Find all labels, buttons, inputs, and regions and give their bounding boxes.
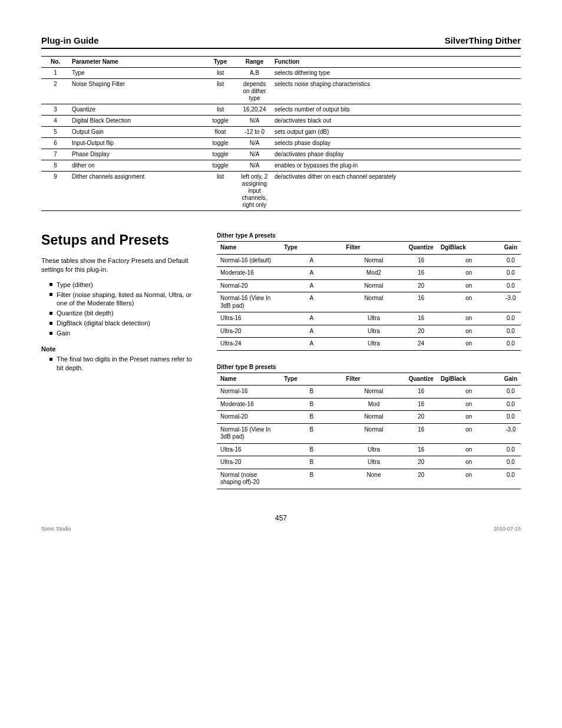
cell: float [204, 127, 237, 138]
bullet-list: Type (dither)Filter (noise shaping, list… [41, 281, 200, 338]
cell: Ultra [342, 312, 405, 325]
cell: Noise Shaping Filter [70, 79, 204, 104]
parameters-table-head: No. Parameter Name Type Range Function [41, 57, 521, 68]
table-row: Normal (noise shaping off)-20BNone20on0.… [217, 469, 521, 489]
cell: toggle [204, 138, 237, 149]
cell: Normal-20 [217, 411, 280, 424]
cell: on [437, 325, 501, 338]
table-row: 5Output Gainfloat-12 to 0sets output gai… [41, 127, 521, 138]
cell: toggle [204, 160, 237, 172]
cell: -3.0 [501, 423, 521, 443]
cell: toggle [204, 116, 237, 127]
dither-type-a-table: Dither type A presets NameTypeFilterQuan… [217, 232, 521, 351]
cell: on [437, 443, 501, 456]
cell: Mod2 [342, 267, 405, 280]
cell: Normal [342, 279, 405, 292]
table-row: Moderate-16AMod216on0.0 [217, 267, 521, 280]
table-row: Normal-20ANormal20on0.0 [217, 279, 521, 292]
cell: A [280, 338, 342, 351]
list-item: Filter (noise shaping, listed as Normal,… [49, 291, 200, 308]
cell: B [280, 411, 342, 424]
cell: 16 [405, 443, 437, 456]
col-header: Name [217, 373, 280, 386]
cell: selects number of output bits [272, 104, 521, 116]
cell: list [204, 68, 237, 79]
cell: on [437, 254, 501, 267]
note-heading: Note [41, 345, 55, 353]
cell: None [342, 469, 405, 489]
cell: enables or bypasses the plug-in [272, 160, 521, 172]
cell: Normal-20 [217, 279, 280, 292]
col-header: Quantize [405, 373, 437, 386]
cell: Output Gain [70, 127, 204, 138]
cell: de/activates phase display [272, 149, 521, 160]
cell: 16,20,24 [237, 104, 272, 116]
cell: N/A [237, 138, 272, 149]
table-row: 6Input-Output fliptoggleN/Aselects phase… [41, 138, 521, 149]
cell: 20 [405, 411, 437, 424]
col-header: Name [217, 242, 280, 255]
cell: 20 [405, 325, 437, 338]
cell: B [280, 398, 342, 411]
cell: 16 [405, 312, 437, 325]
cell: Moderate-16 [217, 267, 280, 280]
table-row: 1TypelistA,Bselects dithering type [41, 68, 521, 79]
cell: list [204, 172, 237, 211]
footer-left: Sonic Studio [41, 526, 71, 532]
table-row: Ultra-24AUltra24on0.0 [217, 338, 521, 351]
cell: 24 [405, 338, 437, 351]
setups-right-pane: Dither type A presets NameTypeFilterQuan… [217, 232, 521, 502]
table-row: Normal-20BNormal20on0.0 [217, 411, 521, 424]
cell: -3.0 [501, 292, 521, 312]
cell: on [437, 456, 501, 469]
cell: list [204, 104, 237, 116]
cell: N/A [237, 149, 272, 160]
cell: 0.0 [501, 411, 521, 424]
cell: 16 [405, 398, 437, 411]
cell: 6 [41, 138, 70, 149]
cell: list [204, 79, 237, 104]
col-header: Gain [501, 373, 521, 386]
cell: 0.0 [501, 443, 521, 456]
cell: 0.0 [501, 456, 521, 469]
parameters-table: No. Parameter Name Type Range Function 1… [41, 56, 521, 211]
page-number: 457 [41, 514, 521, 522]
cell: B [280, 443, 342, 456]
cell: A [280, 279, 342, 292]
cell: 0.0 [501, 325, 521, 338]
setups-left-pane: Setups and Presets These tables show the… [41, 232, 200, 380]
cell: Normal [342, 254, 405, 267]
cell: Ultra [342, 325, 405, 338]
cell: dither on [70, 160, 204, 172]
cell: Normal [342, 292, 405, 312]
cell: on [437, 398, 501, 411]
col-header: Type [280, 373, 342, 386]
cell: A [280, 325, 342, 338]
dither-type-b-table: Dither type B presets NameTypeFilterQuan… [217, 364, 521, 489]
table-row: Normal-16 (default)ANormal16on0.0 [217, 254, 521, 267]
page-footer: 457 Sonic Studio 2010-07-15 [41, 514, 521, 532]
cell: 0.0 [501, 398, 521, 411]
table-row: 9Dither channels assignmentlistleft only… [41, 172, 521, 211]
col-header: Gain [501, 242, 521, 255]
col-func: Function [272, 57, 521, 68]
cell: 16 [405, 423, 437, 443]
cell: Input-Output flip [70, 138, 204, 149]
table-row: 7Phase DisplaytoggleN/Ade/activates phas… [41, 149, 521, 160]
table-row: 3Quantizelist16,20,24selects number of o… [41, 104, 521, 116]
cell: 16 [405, 386, 437, 398]
cell: Ultra [342, 443, 405, 456]
col-no: No. [41, 57, 70, 68]
col-header: Type [280, 242, 342, 255]
header-left: Plug-in Guide [41, 35, 99, 45]
cell: on [437, 312, 501, 325]
table-body: Normal-16BNormal16on0.0Moderate-16BMod16… [217, 386, 521, 489]
col-header: Quantize [405, 242, 437, 255]
cell: 0.0 [501, 279, 521, 292]
cell: 20 [405, 456, 437, 469]
cell: on [437, 279, 501, 292]
cell: Phase Display [70, 149, 204, 160]
list-item: The final two digits in the Preset names… [49, 355, 200, 373]
cell: 0.0 [501, 338, 521, 351]
cell: 0.0 [501, 254, 521, 267]
